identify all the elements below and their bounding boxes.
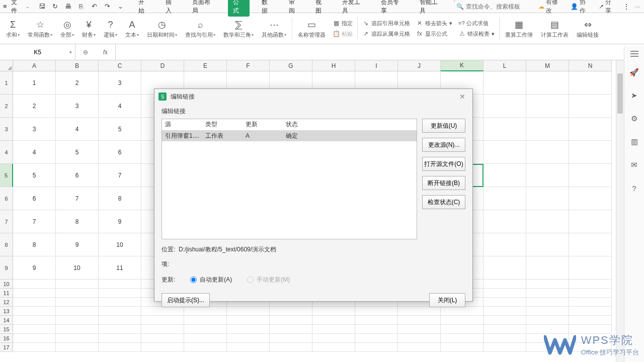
close-button[interactable]: 关闭(L) — [429, 293, 465, 307]
startup-prompt-button[interactable]: 启动提示(S)... — [162, 293, 210, 307]
assign-name[interactable]: ▦指定 — [333, 20, 353, 27]
auto-update-radio[interactable]: 自动更新(A) — [190, 276, 232, 284]
scroll-thumb[interactable] — [617, 73, 623, 114]
cell[interactable]: 10 — [99, 233, 141, 256]
row-header[interactable]: 5 — [0, 164, 13, 187]
zoom-icon[interactable]: ⊖ — [83, 49, 88, 56]
undo-icon[interactable]: ↶ — [90, 3, 98, 11]
col-header[interactable]: M — [526, 60, 569, 71]
vertical-scrollbar[interactable] — [616, 60, 624, 362]
cell[interactable]: 7 — [13, 210, 56, 233]
search-input[interactable] — [466, 3, 531, 10]
row-header[interactable]: 4 — [0, 141, 13, 164]
fn-datetime[interactable]: ◷日期和时间▾ — [143, 14, 181, 43]
changes-link[interactable]: ☁有修改 — [538, 0, 564, 15]
row-header[interactable]: 9 — [0, 256, 13, 280]
redo-icon[interactable]: ↷ — [103, 3, 111, 11]
cell[interactable]: 4 — [99, 95, 141, 118]
qat-dropdown-icon[interactable]: ⌄ — [116, 3, 124, 11]
col-header[interactable]: A — [13, 60, 56, 71]
row-header[interactable]: 10 — [0, 280, 13, 289]
row-header[interactable]: 11 — [0, 289, 13, 298]
col-header[interactable]: I — [355, 60, 398, 71]
cell[interactable]: 7 — [99, 164, 141, 187]
sliders-icon[interactable]: ⚙ — [629, 114, 639, 124]
hamburger-icon[interactable]: ≡ — [3, 3, 7, 10]
table-row[interactable]: 引用弹窗1.... 工作表 A 确定 — [162, 130, 417, 141]
row-header[interactable]: 13 — [0, 307, 13, 316]
col-header[interactable]: D — [141, 60, 184, 71]
cell-reference-input[interactable] — [0, 49, 75, 56]
save-icon[interactable]: 🖫 — [38, 3, 46, 11]
col-header[interactable]: L — [484, 60, 526, 71]
overflow-menu[interactable]: ⋮ — [623, 3, 630, 11]
export-icon[interactable]: ⎘ — [77, 3, 85, 11]
recalc-workbook[interactable]: ▦重算工作簿 — [501, 14, 537, 43]
row-header[interactable]: 12 — [0, 298, 13, 307]
trace-precedents[interactable]: ↘追踪引用单元格 — [362, 20, 410, 27]
fn-sum[interactable]: Σ求和▾ — [2, 14, 24, 43]
col-header[interactable]: C — [99, 60, 141, 71]
cell[interactable]: 1 — [13, 71, 56, 95]
cell[interactable]: 6 — [56, 164, 99, 187]
change-source-button[interactable]: 更改源(N)... — [422, 138, 465, 152]
cell[interactable]: 11 — [99, 256, 141, 280]
break-link-button[interactable]: 断开链接(B) — [422, 176, 465, 190]
layout-icon[interactable]: ▥ — [629, 137, 639, 147]
dialog-titlebar[interactable]: S 编辑链接 ✕ — [154, 89, 472, 104]
panel-toggle-icon[interactable] — [630, 53, 638, 54]
collab-link[interactable]: 👤协作 — [571, 0, 591, 15]
error-check[interactable]: ⚠错误检查▾ — [458, 30, 495, 38]
fn-text[interactable]: A文本▾ — [121, 14, 143, 43]
cell[interactable]: 3 — [99, 71, 141, 95]
update-values-button[interactable]: 更新值(U) — [422, 119, 465, 133]
cell[interactable]: 5 — [13, 164, 56, 187]
print-icon[interactable]: 🖶 — [64, 3, 72, 11]
links-table[interactable]: 源 类型 更新 状态 引用弹窗1.... 工作表 A 确定 — [162, 119, 417, 239]
row-header[interactable]: 1 — [0, 71, 13, 95]
cell[interactable]: 6 — [99, 141, 141, 164]
cell[interactable]: 10 — [56, 256, 99, 280]
fn-all[interactable]: ◎全部▾ — [56, 14, 78, 43]
search-box[interactable]: 🔍 — [456, 3, 531, 10]
fn-common[interactable]: ☆常用函数▾ — [24, 14, 56, 43]
check-status-button[interactable]: 检查状态(C) — [422, 195, 465, 209]
cell[interactable]: 3 — [13, 118, 56, 141]
cell[interactable]: 2 — [56, 71, 99, 95]
fn-other[interactable]: ⋯其他函数▾ — [258, 14, 290, 43]
cell[interactable]: 7 — [56, 187, 99, 210]
remove-arrows[interactable]: ✕移去箭头▾ — [416, 20, 452, 27]
fn-lookup[interactable]: ⌕查找与引用▾ — [181, 14, 219, 43]
collapse-ribbon-icon[interactable]: ︿ — [635, 2, 641, 11]
recalc-sheet[interactable]: ▤计算工作表 — [537, 14, 573, 43]
cell[interactable]: 4 — [56, 118, 99, 141]
col-header[interactable]: F — [227, 60, 270, 71]
help-icon[interactable]: ? — [629, 183, 639, 193]
open-source-button[interactable]: 打开源文件(O) — [422, 157, 465, 171]
row-header[interactable]: 3 — [0, 118, 13, 141]
evaluate-formula[interactable]: =? 公式求值 — [458, 20, 495, 27]
fn-finance[interactable]: ¥财务▾ — [78, 14, 100, 43]
rocket-icon[interactable]: 🚀 — [629, 67, 639, 77]
row-header[interactable]: 17 — [0, 343, 13, 352]
col-header[interactable]: N — [569, 60, 612, 71]
fx-icon[interactable]: fx — [103, 49, 108, 56]
cell[interactable]: 9 — [56, 233, 99, 256]
cell[interactable]: 5 — [56, 141, 99, 164]
row-header[interactable]: 16 — [0, 334, 13, 343]
row-header[interactable]: 8 — [0, 233, 13, 256]
col-header[interactable]: B — [56, 60, 99, 71]
fn-logic[interactable]: ?逻辑▾ — [100, 14, 121, 43]
col-header[interactable]: G — [270, 60, 312, 71]
name-box[interactable]: ▾ — [0, 44, 75, 60]
trace-dependents[interactable]: ↗追踪从属单元格 — [362, 30, 410, 38]
row-header[interactable]: 7 — [0, 210, 13, 233]
select-all-corner[interactable] — [0, 60, 13, 71]
row-header[interactable]: 14 — [0, 316, 13, 325]
row-header[interactable]: 15 — [0, 325, 13, 334]
cell[interactable]: 9 — [99, 210, 141, 233]
row-header[interactable]: 6 — [0, 187, 13, 210]
cell[interactable]: 8 — [99, 187, 141, 210]
cell[interactable]: 6 — [13, 187, 56, 210]
print-preview-icon[interactable]: ↻ — [51, 3, 59, 11]
